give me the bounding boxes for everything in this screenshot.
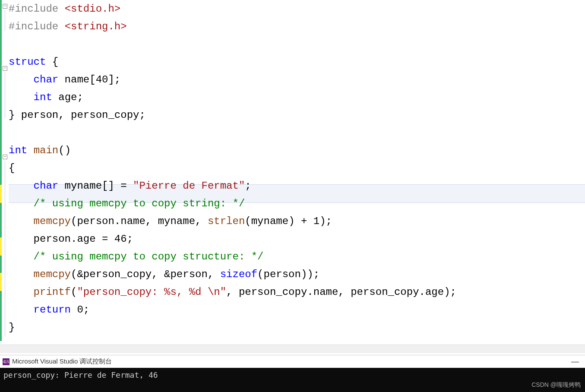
code-token-kw: int	[34, 92, 52, 103]
code-token-pre: #include	[9, 3, 58, 15]
code-line[interactable]: char name[40];	[9, 71, 585, 89]
unsaved-marker	[0, 237, 2, 256]
code-token-cmt: /* using memcpy to copy structure: */	[34, 251, 264, 262]
code-token-kw: int	[9, 145, 27, 156]
code-line[interactable]: #include <string.h>	[9, 18, 585, 35]
code-token-func: printf	[34, 286, 71, 298]
horizontal-scrollbar[interactable]	[0, 345, 585, 353]
code-line[interactable]: }	[9, 319, 585, 336]
fold-line	[5, 9, 5, 31]
code-token-plain	[9, 269, 34, 280]
code-token-plain	[9, 180, 34, 192]
code-token-plain: , person_copy.name, person_copy.age);	[226, 286, 456, 298]
unsaved-marker	[0, 273, 2, 291]
console-output[interactable]: person_copy: Pierre de Fermat, 46 CSDN @…	[0, 368, 585, 392]
code-token-plain: name[40];	[58, 74, 120, 85]
code-line[interactable]: printf("person_copy: %s, %d \n", person_…	[9, 283, 585, 301]
code-token-plain	[9, 286, 34, 298]
watermark: CSDN @嘎嘎烤鸭	[531, 380, 581, 389]
code-content[interactable]: #include <stdio.h>#include <string.h> st…	[9, 0, 585, 336]
code-token-str: "Pierre de Fermat"	[133, 180, 245, 192]
fold-toggle[interactable]	[3, 155, 7, 159]
fold-gutter	[3, 0, 9, 341]
code-line[interactable]: char myname[] = "Pierre de Fermat";	[9, 177, 585, 195]
code-token-kw: sizeof	[220, 269, 257, 280]
code-line[interactable]: int main()	[9, 142, 585, 159]
code-token-kw: return	[34, 304, 71, 316]
code-token-plain	[9, 304, 34, 316]
unsaved-marker	[0, 185, 2, 203]
code-token-hdr: <stdio.h>	[65, 3, 121, 15]
code-token-plain	[27, 145, 33, 156]
code-line[interactable]	[9, 124, 585, 142]
fold-toggle[interactable]	[3, 4, 7, 9]
code-token-plain: (myname) + 1);	[245, 215, 332, 227]
code-token-plain	[9, 251, 34, 262]
code-token-plain: (person));	[257, 269, 319, 280]
code-token-plain	[9, 74, 34, 85]
code-line[interactable]	[9, 35, 585, 53]
code-token-plain	[58, 21, 64, 32]
code-line[interactable]: int age;	[9, 89, 585, 106]
code-line[interactable]: memcpy(person.name, myname, strlen(mynam…	[9, 212, 585, 230]
code-token-plain	[9, 215, 34, 227]
code-token-func: memcpy	[34, 269, 71, 280]
code-token-hdr: <string.h>	[65, 21, 127, 32]
code-token-func: main	[34, 145, 59, 156]
minimize-button[interactable]: —	[568, 357, 582, 366]
code-token-cmt: /* using memcpy to copy string: */	[34, 198, 245, 209]
code-token-plain: myname[] =	[58, 180, 133, 192]
console-titlebar[interactable]: C:\ Microsoft Visual Studio 调试控制台 —	[0, 355, 585, 368]
code-token-kw: char	[34, 74, 59, 85]
code-token-plain: {	[9, 162, 15, 174]
code-token-plain	[9, 198, 34, 209]
console-icon: C:\	[3, 358, 9, 365]
code-token-plain: ;	[245, 180, 251, 192]
fold-line	[5, 161, 5, 336]
code-token-func: strlen	[208, 215, 245, 227]
code-token-plain: 0;	[71, 304, 89, 316]
code-token-pre: #include	[9, 21, 58, 32]
code-token-plain: } person, person_copy;	[9, 109, 145, 121]
code-token-plain: }	[9, 322, 15, 333]
code-token-str: "person_copy: %s, %d \n"	[77, 286, 226, 298]
code-token-plain: (&person_copy, &person,	[71, 269, 220, 280]
code-line[interactable]: struct {	[9, 53, 585, 71]
code-line[interactable]: {	[9, 159, 585, 177]
code-line[interactable]: memcpy(&person_copy, &person, sizeof(per…	[9, 266, 585, 283]
code-token-plain: person.age = 46;	[9, 233, 133, 245]
console-output-line: person_copy: Pierre de Fermat, 46	[3, 370, 582, 380]
code-line[interactable]: } person, person_copy;	[9, 106, 585, 124]
code-token-plain: (	[71, 286, 77, 298]
fold-line	[5, 72, 5, 118]
code-token-plain: (person.name, myname,	[71, 215, 208, 227]
code-token-plain: age;	[52, 92, 83, 103]
code-line[interactable]: /* using memcpy to copy structure: */	[9, 248, 585, 266]
code-editor[interactable]: #include <stdio.h>#include <string.h> st…	[0, 0, 585, 349]
code-line[interactable]: person.age = 46;	[9, 230, 585, 248]
code-line[interactable]: return 0;	[9, 301, 585, 319]
code-token-kw: char	[34, 180, 59, 192]
code-token-kw: struct	[9, 56, 46, 68]
fold-toggle[interactable]	[3, 66, 7, 71]
code-line[interactable]: #include <stdio.h>	[9, 0, 585, 18]
code-token-plain	[9, 92, 34, 103]
console-title: Microsoft Visual Studio 调试控制台	[12, 357, 112, 366]
code-token-plain	[58, 3, 64, 15]
code-token-plain: {	[46, 56, 58, 68]
code-line[interactable]: /* using memcpy to copy string: */	[9, 195, 585, 212]
code-token-func: memcpy	[34, 215, 71, 227]
code-token-plain: ()	[58, 145, 71, 156]
